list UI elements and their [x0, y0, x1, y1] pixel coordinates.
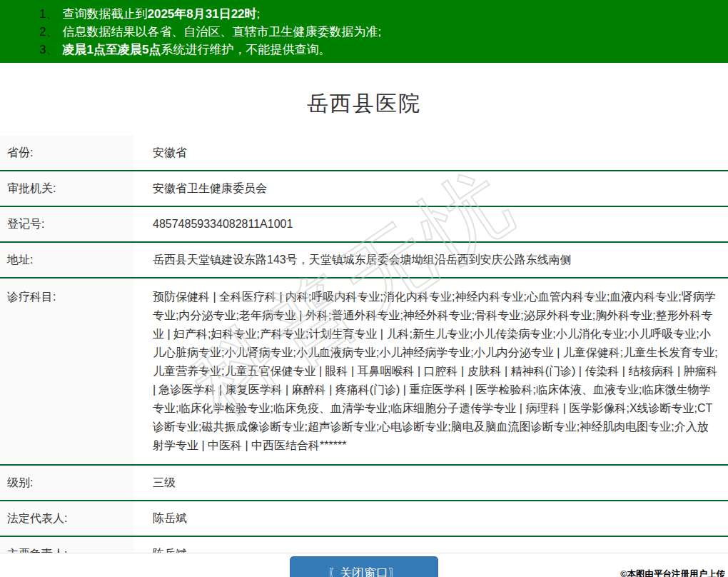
field-label: 审批机关: [0, 171, 134, 206]
copyright-notice: ©本图由平台注册用户上传 [620, 568, 725, 577]
notice-text-bold: 凌晨1点至凌晨5点 [62, 43, 161, 56]
field-value: 预防保健科 | 全科医疗科 | 内科;呼吸内科专业;消化内科专业;神经内科专业;… [134, 279, 728, 464]
notice-banner: 1、查询数据截止到2025年8月31日22时; 2、信息数据结果以各省、自治区、… [0, 0, 728, 63]
notice-line-3: 3、凌晨1点至凌晨5点系统进行维护，不能提供查询。 [39, 41, 721, 59]
notice-line-1: 1、查询数据截止到2025年8月31日22时; [39, 5, 721, 23]
field-value: 安徽省卫生健康委员会 [134, 171, 728, 206]
field-value: 48574859334082811A1001 [134, 207, 728, 241]
field-label: 诊疗科目: [0, 279, 134, 464]
table-row: 登记号:48574859334082811A1001 [0, 207, 728, 243]
notice-text: 查询数据截止到 [62, 7, 147, 21]
query-result-page: 1、查询数据截止到2025年8月31日22时; 2、信息数据结果以各省、自治区、… [0, 0, 728, 577]
hospital-info-table: 省份:安徽省审批机关:安徽省卫生健康委员会登记号:485748593340828… [0, 136, 728, 553]
notice-line-2: 2、信息数据结果以各省、自治区、直辖市卫生健康委数据为准; [39, 23, 721, 41]
field-value: 陈岳斌 [134, 537, 728, 553]
field-value: 安徽省 [134, 136, 728, 170]
footer-bar: 〖关闭窗口〗 ©本图由平台注册用户上传 [0, 553, 728, 577]
notice-text-bold: 2025年8月31日22时 [147, 7, 256, 21]
table-row: 诊疗科目:预防保健科 | 全科医疗科 | 内科;呼吸内科专业;消化内科专业;神经… [0, 279, 728, 466]
notice-text: 信息数据结果以各省、自治区、直辖市卫生健康委数据为准; [62, 25, 381, 39]
close-window-button[interactable]: 〖关闭窗口〗 [290, 556, 438, 577]
table-row: 审批机关:安徽省卫生健康委员会 [0, 171, 728, 207]
table-row: 主要负责人:陈岳斌 [0, 537, 728, 553]
field-value: 陈岳斌 [134, 501, 728, 536]
notice-number: 3、 [39, 43, 58, 56]
notice-text: 系统进行维护，不能提供查询。 [161, 43, 330, 56]
field-label: 法定代表人: [0, 501, 134, 536]
table-row: 省份:安徽省 [0, 136, 728, 171]
field-label: 地址: [0, 243, 134, 277]
field-label: 主要负责人: [0, 537, 134, 553]
table-row: 级别:三级 [0, 466, 728, 501]
field-value: 三级 [134, 466, 728, 500]
notice-number: 1、 [39, 7, 58, 21]
page-title: 岳西县医院 [0, 89, 728, 119]
field-value: 岳西县天堂镇建设东路143号，天堂镇城东居委会塘坳组沿岳西到安庆公路东线南侧 [134, 243, 728, 277]
field-label: 省份: [0, 136, 134, 170]
field-label: 登记号: [0, 207, 134, 241]
field-label: 级别: [0, 466, 134, 500]
notice-text: ; [257, 7, 261, 21]
table-row: 地址:岳西县天堂镇建设东路143号，天堂镇城东居委会塘坳组沿岳西到安庆公路东线南… [0, 243, 728, 279]
table-row: 法定代表人:陈岳斌 [0, 501, 728, 537]
notice-number: 2、 [39, 25, 58, 39]
